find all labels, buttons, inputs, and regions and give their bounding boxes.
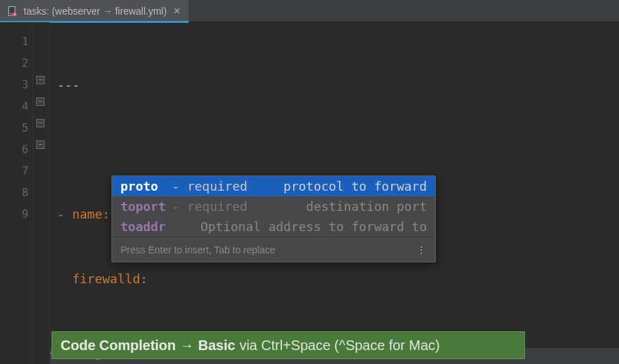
banner-title-2: Basic <box>198 338 235 354</box>
completion-hint-bar: Press Enter to insert, Tab to replace ⋮ <box>112 237 435 262</box>
banner-title-1: Code Completion <box>61 338 176 354</box>
banner-shortcut: via Ctrl+Space (^Space for Mac) <box>240 338 440 354</box>
completion-item-name: toaddr <box>120 219 169 234</box>
editor-tab-title: tasks: (webserver → firewall.yml) <box>24 6 166 17</box>
line-number: 3 <box>0 74 29 95</box>
completion-item-desc: Optional address to forward to <box>201 219 427 234</box>
line-number: 7 <box>0 160 29 182</box>
line-number: 9 <box>0 203 29 225</box>
editor-tab-active[interactable]: tasks: (webserver → firewall.yml) × <box>0 0 189 22</box>
more-options-icon[interactable]: ⋮ <box>416 244 427 255</box>
line-number-gutter: 1 2 3 4 5 6 7 8 9 <box>0 22 33 364</box>
code-line <box>57 139 619 160</box>
fold-toggle-icon[interactable] <box>36 76 45 84</box>
tip-banner: Code Completion → Basic via Ctrl+Space (… <box>52 331 525 359</box>
close-icon[interactable]: × <box>172 6 181 17</box>
line-number: 5 <box>0 117 29 139</box>
line-number: 6 <box>0 139 29 160</box>
completion-item-required: - required <box>172 179 247 193</box>
tab-bar-empty <box>189 0 619 22</box>
fold-gutter <box>33 22 50 364</box>
fold-toggle-icon[interactable] <box>36 119 45 127</box>
code-completion-popup: proto - required protocol to forward top… <box>111 175 436 262</box>
fold-toggle-icon[interactable] <box>36 97 45 106</box>
editor-tab-bar: tasks: (webserver → firewall.yml) × <box>0 0 619 22</box>
completion-item-required: - required <box>172 199 247 214</box>
completion-hint-text: Press Enter to insert, Tab to replace <box>120 244 275 255</box>
completion-item[interactable]: toaddr Optional address to forward to <box>112 216 435 237</box>
completion-item-name: proto <box>120 179 169 193</box>
fold-toggle-icon[interactable] <box>36 141 45 149</box>
code-line: firewalld: <box>57 268 619 290</box>
completion-item[interactable]: toport - required destination port <box>112 196 435 216</box>
arrow-right-icon: → <box>180 338 194 354</box>
code-line: --- <box>57 74 619 95</box>
completion-item-desc: protocol to forward <box>283 179 427 193</box>
line-number: 8 <box>0 182 29 203</box>
line-number: 4 <box>0 95 29 117</box>
line-number: 2 <box>0 52 29 74</box>
completion-item[interactable]: proto - required protocol to forward <box>112 176 435 196</box>
completion-item-name: toport <box>120 199 169 214</box>
line-number: 1 <box>0 31 29 52</box>
completion-item-desc: destination port <box>306 199 427 214</box>
yaml-file-icon <box>7 6 18 17</box>
